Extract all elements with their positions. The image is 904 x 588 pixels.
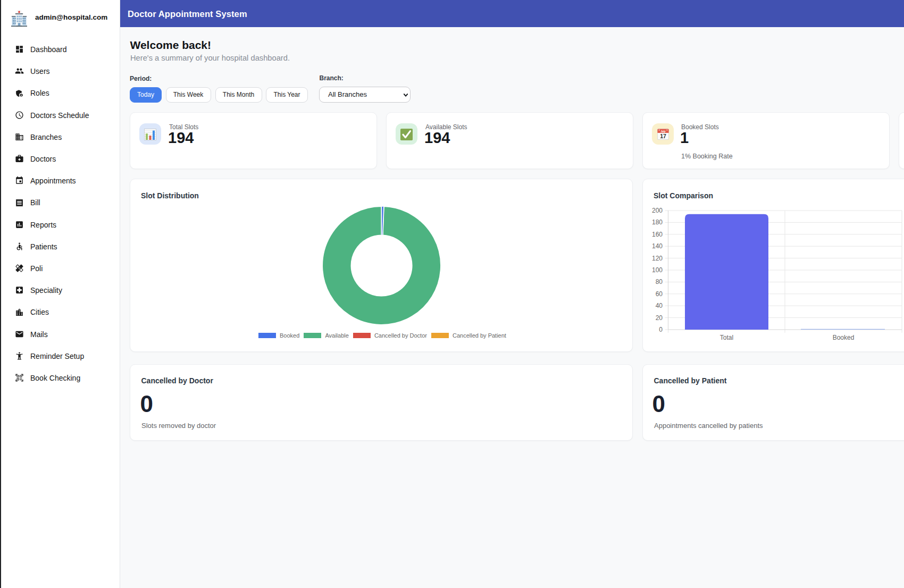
svg-text:80: 80 — [656, 278, 663, 285]
svg-text:40: 40 — [656, 302, 663, 309]
svg-text:200: 200 — [652, 207, 663, 214]
svg-text:100: 100 — [652, 266, 663, 274]
svg-text:0: 0 — [659, 326, 663, 333]
svg-text:17: 17 — [660, 132, 666, 139]
svg-text:160: 160 — [652, 231, 663, 238]
svg-text:180: 180 — [652, 219, 663, 226]
svg-text:140: 140 — [652, 242, 663, 250]
svg-text:60: 60 — [656, 290, 663, 298]
svg-text:Booked: Booked — [833, 334, 855, 341]
svg-text:Total: Total — [720, 334, 733, 341]
svg-text:120: 120 — [652, 255, 663, 262]
svg-text:20: 20 — [656, 314, 663, 322]
